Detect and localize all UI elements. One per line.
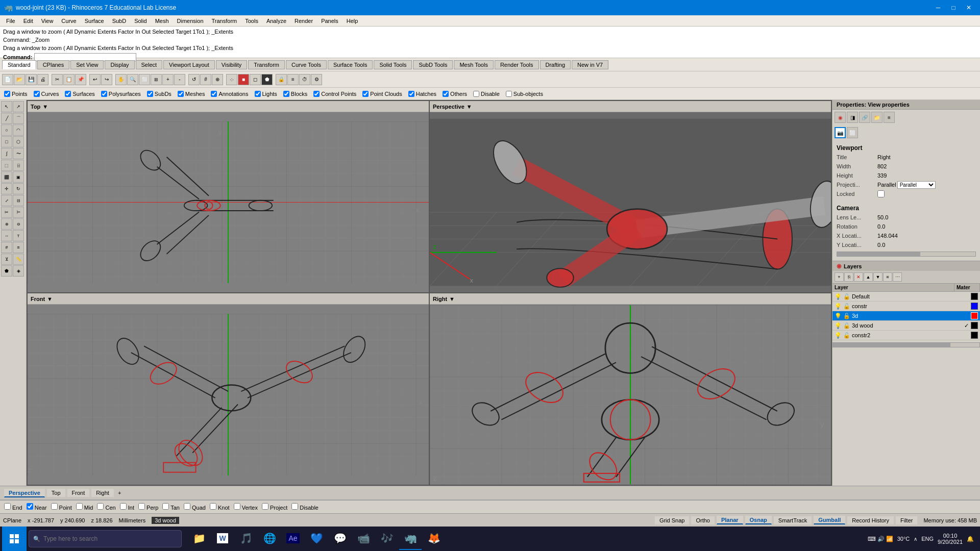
tab-perspective[interactable]: Perspective bbox=[4, 489, 45, 497]
snap-icon[interactable]: ⊕ bbox=[212, 74, 223, 85]
print-icon[interactable]: 🖨 bbox=[37, 74, 48, 85]
viewport-right-content[interactable]: z y bbox=[430, 305, 831, 485]
snap-disable-check[interactable] bbox=[291, 503, 298, 510]
snap-knot-check[interactable] bbox=[210, 503, 216, 510]
snap-point-check[interactable] bbox=[51, 503, 58, 510]
snap-project-check[interactable] bbox=[262, 503, 268, 510]
filter-annotations-check[interactable] bbox=[211, 91, 217, 97]
move-icon[interactable]: ✛ bbox=[1, 183, 12, 194]
curve-icon[interactable]: ∫ bbox=[1, 148, 12, 159]
solid-icon[interactable]: ⬛ bbox=[1, 171, 12, 183]
layer-new-icon[interactable]: + bbox=[835, 272, 844, 282]
cut-icon[interactable]: ✂ bbox=[52, 74, 63, 85]
layer-color-constr2[interactable] bbox=[971, 332, 978, 339]
planar-button[interactable]: Planar bbox=[717, 516, 743, 524]
filter-hatches-check[interactable] bbox=[408, 91, 414, 97]
record-history-button[interactable]: Record History bbox=[847, 516, 894, 524]
menu-render[interactable]: Render bbox=[290, 17, 317, 25]
pan-icon[interactable]: ✋ bbox=[115, 74, 127, 85]
viewport-perspective[interactable]: Perspective ▼ bbox=[430, 101, 831, 292]
menu-mesh[interactable]: Mesh bbox=[151, 17, 173, 25]
layer-color-default[interactable] bbox=[971, 293, 978, 300]
viewport-top-menu[interactable]: ▼ bbox=[42, 104, 48, 110]
panel-icon-list[interactable]: ≡ bbox=[884, 112, 895, 123]
zoom-icon[interactable]: 🔍 bbox=[127, 74, 138, 85]
render-preview-icon[interactable]: ⬟ bbox=[261, 74, 273, 85]
menu-panels[interactable]: Panels bbox=[317, 17, 342, 25]
taskbar-app-rhino[interactable]: 🦏 bbox=[399, 528, 422, 550]
menu-surface[interactable]: Surface bbox=[81, 17, 108, 25]
grid-snap-button[interactable]: Grid Snap bbox=[655, 516, 690, 524]
projection-select[interactable]: Parallel Perspective bbox=[897, 181, 936, 189]
filter-meshes-check[interactable] bbox=[178, 91, 184, 97]
tab-select[interactable]: Select bbox=[136, 60, 163, 69]
undo-icon[interactable]: ↩ bbox=[89, 74, 101, 85]
layers-scrollbar[interactable] bbox=[832, 342, 980, 347]
notification-icon[interactable]: 🔔 bbox=[967, 536, 974, 542]
prop-locked-checkbox[interactable] bbox=[877, 190, 885, 197]
taskbar-app-wechat[interactable]: 💬 bbox=[329, 528, 351, 550]
taskbar-app-explorer[interactable]: 📁 bbox=[188, 528, 210, 550]
panel-icon-link[interactable]: 🔗 bbox=[859, 112, 870, 123]
snap-tan-check[interactable] bbox=[162, 503, 169, 510]
osnap-button[interactable]: Osnap bbox=[745, 516, 772, 524]
snap-quad-check[interactable] bbox=[184, 503, 190, 510]
tab-top[interactable]: Top bbox=[47, 489, 65, 497]
menu-file[interactable]: File bbox=[2, 17, 19, 25]
layer-color-constr[interactable] bbox=[971, 303, 978, 310]
viewport-perspective-menu[interactable]: ▼ bbox=[467, 104, 472, 110]
menu-transform[interactable]: Transform bbox=[208, 17, 241, 25]
circle-icon[interactable]: ○ bbox=[1, 124, 12, 136]
tab-render-tools[interactable]: Render Tools bbox=[495, 60, 539, 69]
prop-scrollbar[interactable] bbox=[837, 252, 976, 257]
filter-sub-objects-check[interactable] bbox=[506, 91, 512, 97]
viewport-top[interactable]: Top ▼ bbox=[28, 101, 429, 292]
layer-row-3dwood[interactable]: 💡 🔓 3d wood ✓ bbox=[832, 321, 980, 331]
layer-filter-icon[interactable]: ≡ bbox=[883, 272, 892, 282]
tab-display[interactable]: Display bbox=[105, 60, 134, 69]
snap-mid-check[interactable] bbox=[76, 503, 83, 510]
menu-subd[interactable]: SubD bbox=[108, 17, 131, 25]
snap-cen-check[interactable] bbox=[97, 503, 104, 510]
line-icon[interactable]: ╱ bbox=[1, 113, 12, 124]
panel-icon-camera[interactable]: 📷 bbox=[835, 127, 846, 138]
menu-tools[interactable]: Tools bbox=[241, 17, 262, 25]
filter-others-check[interactable] bbox=[443, 91, 449, 97]
copy-icon[interactable]: 📋 bbox=[63, 74, 75, 85]
tab-right[interactable]: Right bbox=[91, 489, 114, 497]
tray-chevron[interactable]: ∧ bbox=[914, 536, 917, 542]
snap-vertex-check[interactable] bbox=[234, 503, 240, 510]
grid-toggle-icon[interactable]: # bbox=[1, 242, 12, 253]
tab-curve-tools[interactable]: Curve Tools bbox=[286, 60, 327, 69]
material-icon[interactable]: ◈ bbox=[13, 265, 24, 277]
layer-duplicate-icon[interactable]: ⎘ bbox=[844, 272, 853, 282]
tab-standard[interactable]: Standard bbox=[2, 60, 36, 69]
polygon-icon[interactable]: ⬡ bbox=[13, 136, 24, 147]
snap-near-check[interactable] bbox=[27, 503, 33, 510]
viewport-front-content[interactable]: z x bbox=[28, 305, 429, 485]
filter-lights-check[interactable] bbox=[255, 91, 261, 97]
layer-icon[interactable]: ≡ bbox=[287, 74, 299, 85]
filter-point-clouds-check[interactable] bbox=[362, 91, 369, 97]
menu-solid[interactable]: Solid bbox=[130, 17, 151, 25]
taskbar-search-input[interactable] bbox=[43, 535, 177, 542]
layer-up-icon[interactable]: ▲ bbox=[864, 272, 873, 282]
layer-color-3dwood[interactable] bbox=[971, 322, 978, 329]
panel-icon-color[interactable]: ◉ bbox=[835, 112, 846, 123]
zoom-window-icon[interactable]: ⬜ bbox=[139, 74, 150, 85]
filter-button[interactable]: Filter bbox=[896, 516, 917, 524]
redo-icon[interactable]: ↪ bbox=[101, 74, 112, 85]
layer-row-default[interactable]: 💡 🔓 Default bbox=[832, 292, 980, 302]
viewport-perspective-content[interactable]: z x bbox=[430, 112, 831, 292]
tab-visibility[interactable]: Visibility bbox=[216, 60, 248, 69]
viewport-top-content[interactable]: y x bbox=[28, 112, 429, 292]
layer-row-constr[interactable]: 💡 🔓 constr bbox=[832, 302, 980, 311]
save-icon[interactable]: 💾 bbox=[26, 74, 37, 85]
tab-new-in-v7[interactable]: New in V7 bbox=[572, 60, 608, 69]
filter-polysurfaces-check[interactable] bbox=[101, 91, 107, 97]
viewport-front-menu[interactable]: ▼ bbox=[47, 296, 53, 302]
panel-icon-material[interactable]: ◨ bbox=[847, 112, 858, 123]
taskbar-app-ae[interactable]: Ae bbox=[282, 528, 304, 550]
taskbar-app-firefox[interactable]: 🦊 bbox=[423, 528, 445, 550]
shaded-icon[interactable]: ■ bbox=[238, 74, 249, 85]
